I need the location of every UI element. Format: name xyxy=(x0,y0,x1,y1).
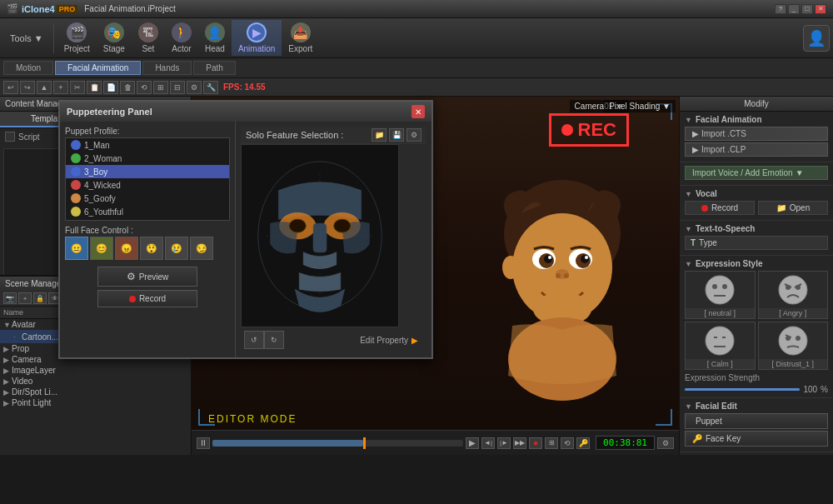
import-cts-button[interactable]: ▶ Import .CTS xyxy=(685,127,828,141)
tl-settings[interactable]: ⚙ xyxy=(187,81,202,94)
profile-item-woman[interactable]: 2_Woman xyxy=(66,152,229,165)
tab-facial-animation[interactable]: Facial Animation xyxy=(55,61,141,75)
face-3d-view[interactable] xyxy=(241,144,399,327)
nav-project[interactable]: 🎬 Project xyxy=(57,20,97,56)
nav-animation[interactable]: ▶ Animation xyxy=(232,20,282,56)
nav-set[interactable]: 🏗 Set xyxy=(132,20,165,56)
profile-name-man: 1_Man xyxy=(84,141,110,150)
puppet-profile-section: Puppet Profile: 1_Man 2_Woman 3_Boy xyxy=(60,122,235,357)
right-panel: Modify ▼ Facial Animation ▶ Import .CTS … xyxy=(679,97,833,455)
tl-redo[interactable]: ↪ xyxy=(20,81,35,94)
sm-btn-camera[interactable]: 📷 xyxy=(3,292,17,304)
profile-item-boy[interactable]: 3_Boy xyxy=(66,165,229,178)
solo-icon-settings[interactable]: ⚙ xyxy=(407,128,421,142)
row-name-pointlight: Point Light xyxy=(12,398,51,407)
face-mesh-svg xyxy=(242,144,398,327)
face-ctrl-2[interactable]: 😊 xyxy=(90,237,113,260)
puppet-button[interactable]: Puppet xyxy=(685,413,828,429)
solo-icon-save[interactable]: 💾 xyxy=(389,128,404,142)
face-ctrl-4[interactable]: 😲 xyxy=(140,237,163,260)
tab-motion[interactable]: Motion xyxy=(3,61,53,75)
expand-cartoon: · xyxy=(13,332,22,341)
tl-key2[interactable]: ⊟ xyxy=(170,81,185,94)
transport-key[interactable]: 🔑 xyxy=(576,437,590,449)
puppeteering-close-button[interactable]: ✕ xyxy=(412,105,425,118)
tools-dropdown[interactable]: Tools ▼ xyxy=(3,31,50,46)
strength-control: 100 % xyxy=(685,385,828,394)
profile-item-youthful[interactable]: 6_Youthful xyxy=(66,205,229,218)
tree-row-video[interactable]: ▶ Video xyxy=(0,376,191,387)
tl-copy[interactable]: 📋 xyxy=(87,81,102,94)
transport-end[interactable]: ▶▶ xyxy=(513,437,526,449)
tl-wrench[interactable]: 🔧 xyxy=(203,81,218,94)
record-button[interactable]: Record xyxy=(97,290,197,307)
tree-row-dirspot[interactable]: ▶ Dir/Spot Li... xyxy=(0,387,191,397)
tts-section: ▼ Text-to-Speech T Type xyxy=(680,221,833,256)
close-button[interactable]: ✕ xyxy=(815,4,826,14)
sm-btn-add[interactable]: + xyxy=(18,292,32,304)
nav-stage[interactable]: 🎭 Stage xyxy=(97,20,132,56)
tab-hands[interactable]: Hands xyxy=(142,61,192,75)
tl-loop[interactable]: ⟲ xyxy=(137,81,152,94)
expr-item-angry[interactable]: [ Angry ] xyxy=(758,271,829,319)
min-button[interactable]: _ xyxy=(788,4,800,14)
face-ctrl-5[interactable]: 😢 xyxy=(165,237,188,260)
face-key-button[interactable]: 🔑 Face Key xyxy=(685,431,828,447)
tab-path[interactable]: Path xyxy=(193,61,236,75)
expr-item-neutral[interactable]: [ neutral ] xyxy=(685,271,756,319)
tl-undo[interactable]: ↩ xyxy=(3,81,18,94)
tts-arrow-icon: ▼ xyxy=(685,225,692,233)
profile-item-wicked[interactable]: 4_Wicked xyxy=(66,178,229,192)
nav-actor[interactable]: 🚶 Actor xyxy=(165,20,198,56)
face-ctrl-1[interactable]: 😐 xyxy=(65,237,88,260)
transport-next[interactable]: |► xyxy=(497,437,511,449)
tree-row-imagelayer[interactable]: ▶ ImageLayer xyxy=(0,365,191,376)
scrubber-track[interactable] xyxy=(212,440,463,447)
transport-record[interactable]: ● xyxy=(529,437,542,449)
tts-type-button[interactable]: T Type xyxy=(685,236,828,250)
help-button[interactable]: ? xyxy=(775,4,786,14)
tl-cut[interactable]: ✂ xyxy=(70,81,85,94)
nav-export[interactable]: 📤 Export xyxy=(282,20,319,56)
transport-loop[interactable]: ⟲ xyxy=(561,437,574,449)
edit-property-row[interactable]: Edit Property ▶ xyxy=(355,331,423,349)
scrubber-pause[interactable]: ⏸ xyxy=(197,437,210,449)
max-button[interactable]: □ xyxy=(801,4,813,14)
preview-button[interactable]: ⚙ Preview xyxy=(97,267,197,287)
tl-delete[interactable]: 🗑 xyxy=(120,81,135,94)
sm-btn-lock[interactable]: 🔒 xyxy=(33,292,47,304)
transport-extras[interactable]: ⊞ xyxy=(545,437,558,449)
expr-item-distrust[interactable]: [ Distrust_1 ] xyxy=(758,322,829,370)
profile-item-man[interactable]: 1_Man xyxy=(66,138,229,152)
script-checkbox[interactable] xyxy=(5,132,15,142)
transport-prev[interactable]: ◄| xyxy=(481,437,495,449)
strength-slider[interactable] xyxy=(685,388,800,391)
transport-settings[interactable]: ⚙ xyxy=(657,437,674,449)
face-ctrl-3[interactable]: 😠 xyxy=(115,237,138,260)
profile-item-goofy[interactable]: 5_Goofy xyxy=(66,192,229,205)
tl-key1[interactable]: ⊞ xyxy=(153,81,168,94)
row-name-imagelayer: ImageLayer xyxy=(12,366,56,375)
tl-up[interactable]: ▲ xyxy=(37,81,52,94)
import-voice-button[interactable]: Import Voice / Add Emotion ▼ xyxy=(685,166,828,180)
vocal-record-button[interactable]: Record xyxy=(685,201,755,215)
expr-item-calm[interactable]: [ Calm ] xyxy=(685,322,756,370)
puppet-rotate-icon[interactable]: ↺ xyxy=(244,331,264,349)
tree-row-pointlight[interactable]: ▶ Point Light xyxy=(0,397,191,408)
tl-add[interactable]: + xyxy=(53,81,68,94)
tl-paste[interactable]: 📄 xyxy=(103,81,118,94)
import-clp-button[interactable]: ▶ Import .CLP xyxy=(685,142,828,157)
expression-strength-row: Expression Strength 100 % xyxy=(685,373,828,394)
puppet-reset-icon[interactable]: ↻ xyxy=(264,331,284,349)
title-bar: 🎬 iClone4 PRO Facial Animation.iProject … xyxy=(0,0,833,18)
vocal-title: ▼ Vocal xyxy=(685,189,828,198)
nav-head[interactable]: 👤 Head xyxy=(198,20,232,56)
profile-item-attractive[interactable]: 7_Attractive xyxy=(66,218,229,221)
face-ctrl-6[interactable]: 😏 xyxy=(190,237,213,260)
viewport-scrubber[interactable]: ⏸ ▶ ◄| |► ▶▶ ● ⊞ ⟲ 🔑 00:38:81 ⚙ xyxy=(192,430,679,455)
transport-play[interactable]: ▶ xyxy=(466,437,479,449)
pixel-shading-dropdown[interactable]: Pixel Shading ▼ xyxy=(604,100,676,112)
expression-style-title: ▼ Expression Style xyxy=(685,259,828,268)
vocal-open-button[interactable]: 📁 Open xyxy=(758,201,828,215)
solo-icon-folder[interactable]: 📁 xyxy=(372,128,387,142)
